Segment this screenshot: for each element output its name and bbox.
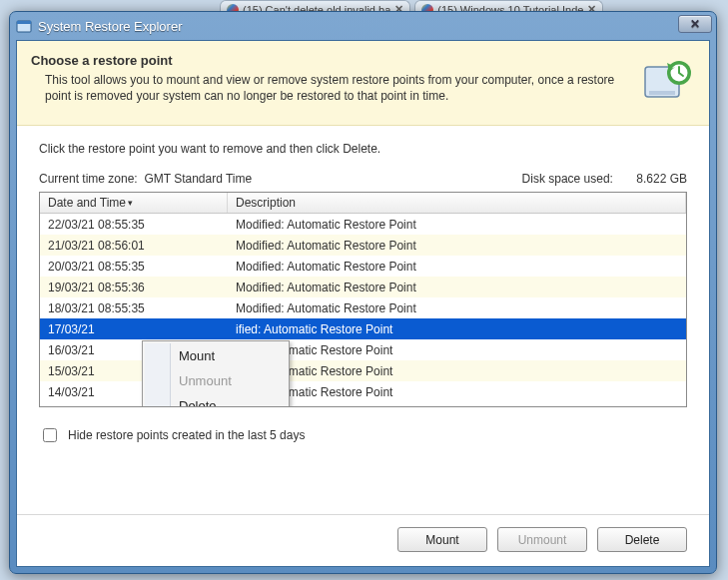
table-row[interactable]: 18/03/21 08:55:35Modified: Automatic Res… bbox=[40, 297, 686, 318]
cell-date: 17/03/21 bbox=[40, 322, 228, 336]
table-row[interactable]: 20/03/21 08:55:35Modified: Automatic Res… bbox=[40, 256, 686, 277]
hide-recent-label: Hide restore points created in the last … bbox=[68, 428, 305, 442]
titlebar[interactable]: System Restore Explorer ✕ bbox=[10, 12, 716, 40]
table-row[interactable]: 19/03/21 08:55:36Modified: Automatic Res… bbox=[40, 277, 686, 297]
cell-description: Modified: Automatic Restore Point bbox=[228, 301, 686, 315]
list-body: 22/03/21 08:55:35Modified: Automatic Res… bbox=[40, 214, 686, 406]
svg-rect-3 bbox=[649, 91, 675, 95]
cell-description: ified: Automatic Restore Point bbox=[228, 343, 686, 357]
disk-space-value: 8.622 GB bbox=[636, 172, 687, 186]
list-header: Date and Time▾ Description bbox=[40, 193, 686, 214]
timezone-label: Current time zone: bbox=[39, 172, 138, 186]
button-bar: Mount Unmount Delete bbox=[17, 514, 709, 566]
app-window: System Restore Explorer ✕ Choose a resto… bbox=[9, 11, 717, 574]
window-title: System Restore Explorer bbox=[38, 19, 183, 34]
cell-date: 18/03/21 08:55:35 bbox=[40, 301, 228, 315]
client-area: Choose a restore point This tool allows … bbox=[16, 40, 710, 567]
table-row[interactable]: 14/03/21ified: Automatic Restore Point bbox=[40, 381, 686, 402]
banner-description: This tool allows you to mount and view o… bbox=[31, 72, 627, 104]
instruction-text: Click the restore point you want to remo… bbox=[39, 142, 687, 156]
cell-description: ified: Automatic Restore Point bbox=[228, 322, 686, 336]
delete-button[interactable]: Delete bbox=[597, 527, 687, 552]
context-menu-unmount: Unmount bbox=[145, 368, 287, 393]
table-row[interactable]: 21/03/21 08:56:01Modified: Automatic Res… bbox=[40, 235, 686, 256]
table-row[interactable]: 17/03/21ified: Automatic Restore Point bbox=[40, 318, 686, 339]
context-menu-delete[interactable]: Delete bbox=[145, 393, 287, 406]
cell-description: Modified: Automatic Restore Point bbox=[228, 218, 686, 232]
app-icon bbox=[16, 18, 32, 34]
column-header-description[interactable]: Description bbox=[228, 193, 686, 213]
timezone-value: GMT Standard Time bbox=[144, 172, 252, 186]
hide-recent-checkbox[interactable] bbox=[43, 428, 57, 442]
table-row[interactable]: 16/03/21ified: Automatic Restore Point bbox=[40, 339, 686, 360]
unmount-button: Unmount bbox=[497, 527, 587, 552]
svg-rect-1 bbox=[17, 21, 31, 24]
restore-points-list[interactable]: Date and Time▾ Description 22/03/21 08:5… bbox=[39, 192, 687, 407]
sort-desc-icon: ▾ bbox=[128, 198, 133, 208]
table-row[interactable]: 15/03/21ified: Automatic Restore Point bbox=[40, 360, 686, 381]
cell-date: 20/03/21 08:55:35 bbox=[40, 260, 228, 274]
info-banner: Choose a restore point This tool allows … bbox=[17, 41, 709, 126]
window-close-button[interactable]: ✕ bbox=[678, 15, 712, 33]
cell-date: 22/03/21 08:55:35 bbox=[40, 218, 228, 232]
cell-description: Modified: Automatic Restore Point bbox=[228, 239, 686, 253]
disk-space-label: Disk space used: bbox=[522, 172, 613, 186]
cell-description: Modified: Automatic Restore Point bbox=[228, 281, 686, 294]
banner-heading: Choose a restore point bbox=[31, 53, 627, 68]
restore-icon bbox=[639, 53, 695, 109]
cell-description: Modified: Automatic Restore Point bbox=[228, 260, 686, 274]
cell-date: 19/03/21 08:55:36 bbox=[40, 281, 228, 294]
table-row[interactable]: 22/03/21 08:55:35Modified: Automatic Res… bbox=[40, 214, 686, 235]
context-menu-mount[interactable]: Mount bbox=[145, 343, 287, 368]
hide-recent-checkbox-row[interactable]: Hide restore points created in the last … bbox=[39, 425, 687, 445]
cell-description: ified: Automatic Restore Point bbox=[228, 364, 686, 378]
context-menu: Mount Unmount Delete bbox=[142, 340, 290, 406]
column-header-date[interactable]: Date and Time▾ bbox=[40, 193, 228, 213]
mount-button[interactable]: Mount bbox=[397, 527, 487, 552]
cell-description: ified: Automatic Restore Point bbox=[228, 385, 686, 399]
cell-date: 21/03/21 08:56:01 bbox=[40, 239, 228, 253]
